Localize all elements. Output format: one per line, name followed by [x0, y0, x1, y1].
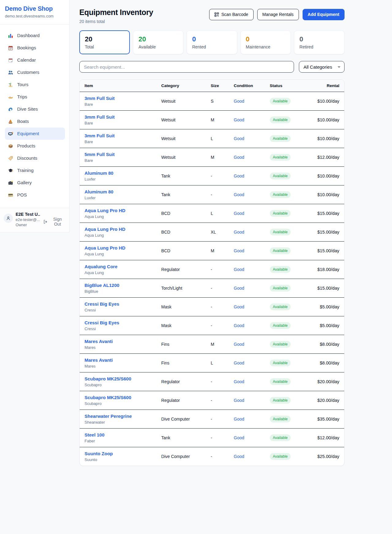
sidebar-item-gallery[interactable]: Gallery — [5, 177, 65, 189]
stat-card-maintenance[interactable]: 0 Maintenance — [240, 30, 291, 54]
status-badge: Available — [270, 303, 291, 310]
item-link[interactable]: 3mm Full Suit — [85, 133, 115, 138]
item-size: M — [206, 242, 229, 260]
add-equipment-button[interactable]: Add Equipment — [303, 9, 345, 20]
item-brand: Scubapro — [85, 383, 152, 387]
item-link[interactable]: 3mm Full Suit — [85, 96, 115, 101]
condition-link[interactable]: Good — [229, 298, 265, 316]
sidebar-item-pos[interactable]: POS — [5, 189, 65, 201]
sidebar-item-products[interactable]: Products — [5, 140, 65, 152]
item-category: BCD — [156, 223, 206, 242]
table-row: Mares Avanti Mares Fins M Good Available… — [80, 335, 344, 354]
condition-link[interactable]: Good — [229, 335, 265, 354]
condition-link[interactable]: Good — [229, 429, 265, 447]
sidebar-item-trips[interactable]: Trips — [5, 91, 65, 103]
item-link[interactable]: Scubapro MK25/S600 — [85, 376, 131, 381]
item-brand: Scubapro — [85, 401, 152, 406]
page-title: Equipment Inventory — [79, 8, 153, 17]
sidebar-item-boats[interactable]: Boats — [5, 115, 65, 128]
item-size: - — [206, 260, 229, 279]
item-size: L — [206, 129, 229, 148]
table-row: Suunto Zoop Suunto Dive Computer - Good … — [80, 447, 344, 466]
sidebar-item-label: Calendar — [17, 56, 36, 64]
column-header-status: Status — [265, 80, 306, 92]
item-brand: Suunto — [85, 457, 152, 462]
item-link[interactable]: 5mm Full Suit — [85, 152, 115, 157]
condition-link[interactable]: Good — [229, 148, 265, 167]
sidebar-item-calendar[interactable]: Calendar — [5, 54, 65, 66]
condition-link[interactable]: Good — [229, 242, 265, 260]
sidebar-item-bookings[interactable]: 17 Bookings — [5, 42, 65, 54]
column-header-rental: Rental — [306, 80, 344, 92]
item-link[interactable]: Aqua Lung Pro HD — [85, 208, 125, 213]
sidebar-item-tours[interactable]: Tours — [5, 78, 65, 91]
stat-label: Rented — [192, 44, 232, 49]
scan-barcode-button[interactable]: Scan Barcode — [209, 9, 254, 20]
item-link[interactable]: Shearwater Peregrine — [85, 414, 132, 419]
stat-card-retired[interactable]: 0 Retired — [294, 30, 345, 54]
wave-icon — [8, 107, 13, 112]
condition-link[interactable]: Good — [229, 185, 265, 204]
manage-rentals-button[interactable]: Manage Rentals — [257, 9, 299, 20]
condition-link[interactable]: Good — [229, 223, 265, 242]
rental-rate: $10.00/day — [306, 111, 344, 129]
item-link[interactable]: BigBlue AL1200 — [85, 283, 119, 288]
condition-link[interactable]: Good — [229, 372, 265, 391]
condition-link[interactable]: Good — [229, 316, 265, 335]
sidebar-item-training[interactable]: Training — [5, 164, 65, 177]
sidebar-item-label: Dashboard — [17, 32, 40, 39]
item-link[interactable]: Cressi Big Eyes — [85, 320, 119, 325]
credit-card-icon — [8, 193, 13, 198]
sidebar-item-discounts[interactable]: Discounts — [5, 152, 65, 164]
item-link[interactable]: Cressi Big Eyes — [85, 301, 119, 307]
table-row: Scubapro MK25/S600 Scubapro Regulator - … — [80, 391, 344, 410]
rental-rate: $8.00/day — [306, 354, 344, 372]
calendar-pad-icon — [8, 58, 13, 63]
item-link[interactable]: Aluminum 80 — [85, 189, 113, 194]
item-size: M — [206, 335, 229, 354]
sidebar-item-equipment[interactable]: Equipment — [5, 128, 65, 140]
condition-link[interactable]: Good — [229, 111, 265, 129]
item-brand: Aqua Lung — [85, 270, 152, 275]
condition-link[interactable]: Good — [229, 447, 265, 466]
sidebar-item-label: Customers — [17, 69, 40, 76]
category-select[interactable]: All Categories — [299, 61, 345, 73]
item-link[interactable]: 3mm Full Suit — [85, 114, 115, 120]
item-brand: Aqua Lung — [85, 214, 152, 219]
stat-value: 20 — [85, 35, 124, 43]
package-icon — [8, 143, 13, 149]
avatar — [4, 214, 13, 223]
item-link[interactable]: Suunto Zoop — [85, 451, 113, 456]
search-input[interactable] — [79, 61, 294, 73]
item-link[interactable]: Aqualung Core — [85, 264, 118, 269]
item-link[interactable]: Mares Avanti — [85, 357, 113, 363]
sign-out-button[interactable]: Sign Out — [43, 217, 66, 227]
stat-card-rented[interactable]: 0 Rented — [187, 30, 237, 54]
condition-link[interactable]: Good — [229, 129, 265, 148]
item-link[interactable]: Scubapro MK25/S600 — [85, 395, 131, 400]
sidebar-item-dive-sites[interactable]: Dive Sites — [5, 103, 65, 115]
item-link[interactable]: Aqua Lung Pro HD — [85, 245, 125, 250]
stat-value: 0 — [300, 35, 339, 43]
condition-link[interactable]: Good — [229, 410, 265, 429]
condition-link[interactable]: Good — [229, 354, 265, 372]
item-brand: Bare — [85, 121, 152, 125]
item-size: - — [206, 372, 229, 391]
item-link[interactable]: Mares Avanti — [85, 339, 113, 344]
condition-link[interactable]: Good — [229, 92, 265, 111]
item-link[interactable]: Aqua Lung Pro HD — [85, 227, 125, 232]
condition-link[interactable]: Good — [229, 391, 265, 410]
item-link[interactable]: Steel 100 — [85, 432, 104, 437]
item-category: Mask — [156, 298, 206, 316]
sidebar-item-customers[interactable]: Customers — [5, 66, 65, 78]
condition-link[interactable]: Good — [229, 260, 265, 279]
item-link[interactable]: Aluminum 80 — [85, 170, 113, 176]
stat-card-available[interactable]: 20 Available — [133, 30, 183, 54]
condition-link[interactable]: Good — [229, 204, 265, 223]
barcode-scan-icon — [214, 12, 219, 17]
condition-link[interactable]: Good — [229, 167, 265, 185]
stat-card-total[interactable]: 20 Total — [79, 30, 130, 54]
condition-link[interactable]: Good — [229, 279, 265, 298]
sidebar-item-dashboard[interactable]: Dashboard — [5, 29, 65, 42]
sidebar-item-label: Boats — [17, 118, 29, 125]
